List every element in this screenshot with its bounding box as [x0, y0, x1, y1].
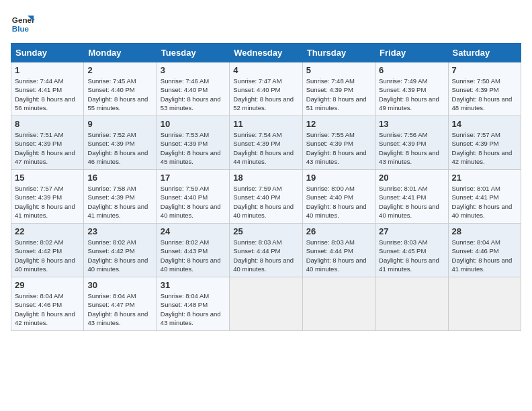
day-info: Sunrise: 8:03 AMSunset: 4:45 PMDaylight:… — [379, 238, 444, 273]
day-info: Sunrise: 8:03 AMSunset: 4:44 PMDaylight:… — [306, 238, 371, 273]
day-info: Sunrise: 7:53 AMSunset: 4:39 PMDaylight:… — [161, 130, 226, 166]
day-number: 6 — [379, 65, 444, 75]
calendar-day-cell: 10 Sunrise: 7:53 AMSunset: 4:39 PMDaylig… — [157, 116, 229, 170]
day-number: 28 — [452, 226, 517, 236]
day-number: 7 — [452, 65, 517, 75]
day-info: Sunrise: 7:45 AMSunset: 4:40 PMDaylight:… — [87, 77, 152, 112]
calendar-week-row: 1 Sunrise: 7:44 AMSunset: 4:41 PMDayligh… — [11, 62, 521, 116]
calendar-day-cell: 5 Sunrise: 7:48 AMSunset: 4:39 PMDayligh… — [302, 62, 375, 116]
day-info: Sunrise: 8:02 AMSunset: 4:43 PMDaylight:… — [161, 238, 226, 273]
day-number: 27 — [379, 226, 444, 236]
day-number: 29 — [15, 280, 80, 290]
day-number: 30 — [87, 280, 152, 290]
day-number: 17 — [161, 173, 226, 183]
day-number: 10 — [161, 119, 226, 129]
calendar-week-row: 15 Sunrise: 7:57 AMSunset: 4:39 PMDaylig… — [11, 170, 521, 224]
calendar-day-cell: 26 Sunrise: 8:03 AMSunset: 4:44 PMDaylig… — [302, 224, 375, 277]
day-info: Sunrise: 8:00 AMSunset: 4:40 PMDaylight:… — [306, 184, 371, 220]
weekday-header: Wednesday — [230, 44, 302, 62]
calendar-day-cell — [302, 277, 375, 331]
day-number: 20 — [379, 173, 444, 183]
calendar-day-cell: 9 Sunrise: 7:52 AMSunset: 4:39 PMDayligh… — [84, 116, 157, 170]
calendar-day-cell: 23 Sunrise: 8:02 AMSunset: 4:42 PMDaylig… — [84, 224, 157, 277]
calendar-day-cell: 7 Sunrise: 7:50 AMSunset: 4:39 PMDayligh… — [448, 62, 521, 116]
day-number: 24 — [161, 226, 226, 236]
day-info: Sunrise: 8:04 AMSunset: 4:47 PMDaylight:… — [87, 291, 152, 327]
day-info: Sunrise: 7:49 AMSunset: 4:39 PMDaylight:… — [379, 77, 444, 112]
day-info: Sunrise: 8:01 AMSunset: 4:41 PMDaylight:… — [379, 184, 444, 220]
day-number: 31 — [161, 280, 226, 290]
day-number: 15 — [15, 173, 80, 183]
day-info: Sunrise: 7:59 AMSunset: 4:40 PMDaylight:… — [233, 184, 298, 220]
calendar-day-cell: 4 Sunrise: 7:47 AMSunset: 4:40 PMDayligh… — [230, 62, 302, 116]
day-info: Sunrise: 7:51 AMSunset: 4:39 PMDaylight:… — [15, 130, 80, 166]
day-number: 4 — [233, 65, 298, 75]
calendar-day-cell: 13 Sunrise: 7:56 AMSunset: 4:39 PMDaylig… — [375, 116, 448, 170]
day-number: 25 — [233, 226, 298, 236]
calendar-day-cell: 22 Sunrise: 8:02 AMSunset: 4:42 PMDaylig… — [11, 224, 84, 277]
day-info: Sunrise: 7:56 AMSunset: 4:39 PMDaylight:… — [379, 130, 444, 166]
svg-text:Blue: Blue — [12, 24, 30, 33]
weekday-header: Tuesday — [157, 44, 229, 62]
calendar-day-cell: 20 Sunrise: 8:01 AMSunset: 4:41 PMDaylig… — [375, 170, 448, 224]
calendar-day-cell: 19 Sunrise: 8:00 AMSunset: 4:40 PMDaylig… — [302, 170, 375, 224]
calendar-week-row: 8 Sunrise: 7:51 AMSunset: 4:39 PMDayligh… — [11, 116, 521, 170]
day-info: Sunrise: 7:46 AMSunset: 4:40 PMDaylight:… — [161, 77, 226, 112]
day-info: Sunrise: 7:47 AMSunset: 4:40 PMDaylight:… — [233, 77, 298, 112]
day-number: 1 — [15, 65, 80, 75]
day-number: 2 — [87, 65, 152, 75]
day-info: Sunrise: 7:54 AMSunset: 4:39 PMDaylight:… — [233, 130, 298, 166]
day-info: Sunrise: 7:59 AMSunset: 4:40 PMDaylight:… — [161, 184, 226, 220]
weekday-header: Sunday — [11, 44, 84, 62]
calendar-day-cell: 25 Sunrise: 8:03 AMSunset: 4:44 PMDaylig… — [230, 224, 302, 277]
day-info: Sunrise: 7:48 AMSunset: 4:39 PMDaylight:… — [306, 77, 371, 112]
calendar-week-row: 22 Sunrise: 8:02 AMSunset: 4:42 PMDaylig… — [11, 224, 521, 277]
day-number: 5 — [306, 65, 371, 75]
calendar-week-row: 29 Sunrise: 8:04 AMSunset: 4:46 PMDaylig… — [11, 277, 521, 331]
calendar-day-cell: 15 Sunrise: 7:57 AMSunset: 4:39 PMDaylig… — [11, 170, 84, 224]
calendar-day-cell: 1 Sunrise: 7:44 AMSunset: 4:41 PMDayligh… — [11, 62, 84, 116]
day-info: Sunrise: 7:50 AMSunset: 4:39 PMDaylight:… — [452, 77, 517, 112]
calendar-day-cell: 21 Sunrise: 8:01 AMSunset: 4:41 PMDaylig… — [448, 170, 521, 224]
day-info: Sunrise: 8:04 AMSunset: 4:46 PMDaylight:… — [452, 238, 517, 273]
day-number: 21 — [452, 173, 517, 183]
day-number: 16 — [87, 173, 152, 183]
day-number: 26 — [306, 226, 371, 236]
calendar-day-cell: 27 Sunrise: 8:03 AMSunset: 4:45 PMDaylig… — [375, 224, 448, 277]
calendar-day-cell: 28 Sunrise: 8:04 AMSunset: 4:46 PMDaylig… — [448, 224, 521, 277]
day-info: Sunrise: 8:02 AMSunset: 4:42 PMDaylight:… — [87, 238, 152, 273]
day-info: Sunrise: 7:55 AMSunset: 4:39 PMDaylight:… — [306, 130, 371, 166]
day-info: Sunrise: 7:44 AMSunset: 4:41 PMDaylight:… — [15, 77, 80, 112]
logo-icon: General Blue — [11, 11, 35, 35]
day-number: 11 — [233, 119, 298, 129]
header: General Blue — [11, 11, 521, 35]
day-number: 23 — [87, 226, 152, 236]
calendar-day-cell: 8 Sunrise: 7:51 AMSunset: 4:39 PMDayligh… — [11, 116, 84, 170]
day-number: 12 — [306, 119, 371, 129]
day-number: 8 — [15, 119, 80, 129]
day-info: Sunrise: 8:04 AMSunset: 4:48 PMDaylight:… — [161, 291, 226, 327]
calendar-table: SundayMondayTuesdayWednesdayThursdayFrid… — [11, 43, 521, 331]
calendar-day-cell: 24 Sunrise: 8:02 AMSunset: 4:43 PMDaylig… — [157, 224, 229, 277]
day-info: Sunrise: 8:03 AMSunset: 4:44 PMDaylight:… — [233, 238, 298, 273]
day-info: Sunrise: 7:57 AMSunset: 4:39 PMDaylight:… — [15, 184, 80, 220]
day-number: 13 — [379, 119, 444, 129]
weekday-header: Friday — [375, 44, 448, 62]
calendar-day-cell — [375, 277, 448, 331]
weekday-header: Monday — [84, 44, 157, 62]
calendar-day-cell: 30 Sunrise: 8:04 AMSunset: 4:47 PMDaylig… — [84, 277, 157, 331]
calendar-day-cell: 31 Sunrise: 8:04 AMSunset: 4:48 PMDaylig… — [157, 277, 229, 331]
calendar-day-cell — [448, 277, 521, 331]
day-info: Sunrise: 7:57 AMSunset: 4:39 PMDaylight:… — [452, 130, 517, 166]
weekday-header-row: SundayMondayTuesdayWednesdayThursdayFrid… — [11, 44, 521, 62]
day-number: 22 — [15, 226, 80, 236]
day-info: Sunrise: 7:58 AMSunset: 4:39 PMDaylight:… — [87, 184, 152, 220]
day-number: 3 — [161, 65, 226, 75]
calendar-day-cell: 14 Sunrise: 7:57 AMSunset: 4:39 PMDaylig… — [448, 116, 521, 170]
calendar-day-cell: 6 Sunrise: 7:49 AMSunset: 4:39 PMDayligh… — [375, 62, 448, 116]
day-number: 9 — [87, 119, 152, 129]
calendar-day-cell: 29 Sunrise: 8:04 AMSunset: 4:46 PMDaylig… — [11, 277, 84, 331]
calendar-day-cell: 3 Sunrise: 7:46 AMSunset: 4:40 PMDayligh… — [157, 62, 229, 116]
calendar-day-cell: 2 Sunrise: 7:45 AMSunset: 4:40 PMDayligh… — [84, 62, 157, 116]
calendar-day-cell — [230, 277, 302, 331]
